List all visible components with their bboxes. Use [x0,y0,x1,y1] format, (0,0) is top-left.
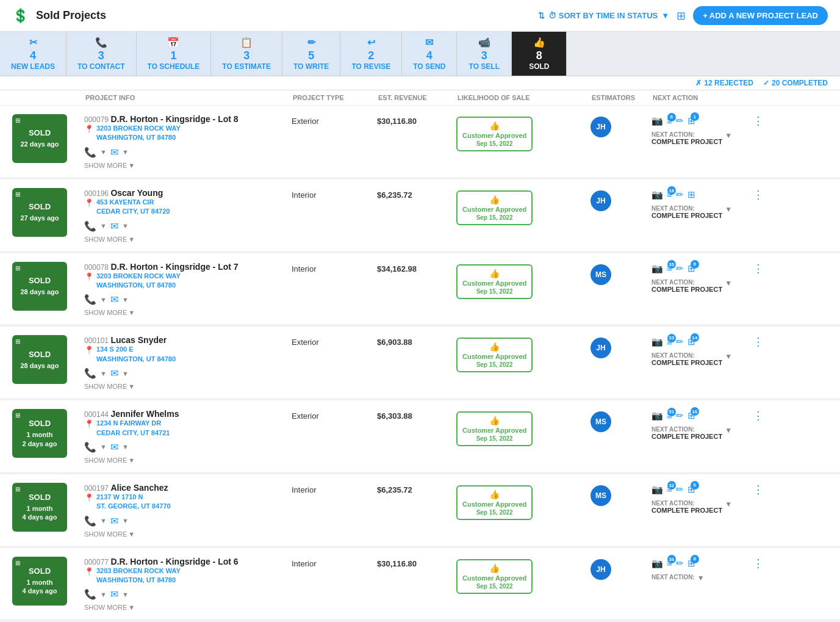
checklist-icon[interactable]: ≡ 32 [667,484,672,494]
edit-icon[interactable]: ✏ [676,484,684,495]
grid-action-icon[interactable]: ⊞ 1 [687,115,695,126]
email-icon[interactable]: ✉ [110,220,118,232]
email-icon[interactable]: ✉ [110,367,118,379]
camera-icon[interactable]: 📷 [652,263,663,274]
phone-dropdown-icon[interactable]: ▼ [100,517,107,524]
grid-action-icon[interactable]: ⊞ [687,189,695,200]
tab-to-write[interactable]: ✏5TO WRITE [282,32,340,76]
project-address[interactable]: 📍 134 S 200 EWASHINGTON, UT 84780 [84,345,282,364]
tab-to-revise[interactable]: ↩2TO REVISE [340,32,402,76]
checklist-icon[interactable]: ≡ 18 [667,189,672,200]
email-dropdown-icon[interactable]: ▼ [122,517,129,524]
camera-icon[interactable]: 📷 [652,484,663,495]
checklist-icon[interactable]: ≡ 33 [667,337,672,347]
show-more-button[interactable]: SHOW MORE ▼ [84,236,282,243]
project-address[interactable]: 📍 2137 W 1710 NST. GEORGE, UT 84770 [84,493,282,512]
tab-sold[interactable]: 👍8SOLD [512,32,567,76]
project-address[interactable]: 📍 1234 N FAIRWAY DRCEDAR CITY, UT 84721 [84,419,282,438]
show-more-button[interactable]: SHOW MORE ▼ [84,162,282,169]
camera-icon[interactable]: 📷 [652,336,663,347]
camera-icon[interactable]: 📷 [652,115,663,126]
edit-icon[interactable]: ✏ [676,115,684,126]
more-options-icon[interactable]: ⋮ [753,483,764,496]
tab-to-schedule[interactable]: 📅1TO SCHEDULE [137,32,212,76]
checklist-icon[interactable]: ≡ 51 [667,411,672,421]
tab-to-send[interactable]: ✉4TO SEND [402,32,457,76]
avatar: MS [591,411,611,432]
phone-icon[interactable]: 📞 [84,441,96,453]
camera-icon[interactable]: 📷 [652,558,663,569]
phone-dropdown-icon[interactable]: ▼ [100,443,107,450]
tab-to-sell[interactable]: 📹3TO SELL [457,32,512,76]
phone-dropdown-icon[interactable]: ▼ [100,148,107,156]
tab-to-estimate[interactable]: 📋3TO ESTIMATE [211,32,282,76]
show-more-button[interactable]: SHOW MORE ▼ [84,604,282,611]
show-more-button[interactable]: SHOW MORE ▼ [84,309,282,316]
project-address[interactable]: 📍 3203 BROKEN ROCK WAYWASHINGTON, UT 847… [84,566,282,585]
completed-link[interactable]: ✓ 20 COMPLETED [763,79,828,87]
phone-icon[interactable]: 📞 [84,515,96,527]
project-address[interactable]: 📍 3203 BROKEN ROCK WAYWASHINGTON, UT 847… [84,272,282,291]
email-icon[interactable]: ✉ [110,441,118,453]
show-more-button[interactable]: SHOW MORE ▼ [84,457,282,464]
edit-icon[interactable]: ✏ [676,336,684,347]
grid-action-icon[interactable]: ⊞ 8 [687,263,695,274]
grid-action-icon[interactable]: ⊞ 8 [687,558,695,569]
phone-dropdown-icon[interactable]: ▼ [100,591,107,598]
next-action-dropdown-icon[interactable]: ▼ [725,500,732,508]
edit-icon[interactable]: ✏ [676,189,684,200]
grid-action-icon[interactable]: ⊞ 6 [687,484,695,495]
show-more-button[interactable]: SHOW MORE ▼ [84,530,282,538]
add-project-button[interactable]: + ADD A NEW PROJECT LEAD [693,6,828,25]
grid-action-icon[interactable]: ⊞ 14 [687,336,695,347]
email-dropdown-icon[interactable]: ▼ [122,443,129,450]
next-action-dropdown-icon[interactable]: ▼ [725,352,732,361]
email-icon[interactable]: ✉ [110,294,118,305]
phone-icon[interactable]: 📞 [84,146,96,158]
edit-icon[interactable]: ✏ [676,263,684,274]
camera-icon[interactable]: 📷 [652,189,663,200]
email-dropdown-icon[interactable]: ▼ [122,370,129,377]
filter-icon[interactable]: ⊞ [677,9,686,23]
checklist-icon[interactable]: ≡ 8 [667,116,672,126]
email-icon[interactable]: ✉ [110,588,118,600]
phone-icon[interactable]: 📞 [84,588,96,600]
show-more-button[interactable]: SHOW MORE ▼ [84,383,282,390]
phone-icon[interactable]: 📞 [84,294,96,305]
tab-new-leads[interactable]: ✂4NEW LEADS [0,32,66,76]
edit-icon[interactable]: ✏ [676,410,684,421]
phone-icon[interactable]: 📞 [84,367,96,379]
more-options-icon[interactable]: ⋮ [753,409,764,422]
email-dropdown-icon[interactable]: ▼ [122,296,129,303]
email-dropdown-icon[interactable]: ▼ [122,148,129,156]
edit-icon[interactable]: ✏ [676,558,684,569]
next-action-dropdown-icon[interactable]: ▼ [725,205,732,214]
email-dropdown-icon[interactable]: ▼ [122,591,129,598]
phone-dropdown-icon[interactable]: ▼ [100,222,107,230]
project-address[interactable]: 📍 3203 BROKEN ROCK WAYWASHINGTON, UT 847… [84,124,282,143]
more-options-icon[interactable]: ⋮ [753,262,764,275]
project-address[interactable]: 📍 453 KAYENTA CIRCEDAR CITY, UT 84720 [84,198,282,217]
next-action-dropdown-icon[interactable]: ▼ [697,574,705,582]
grid-action-icon[interactable]: ⊞ 16 [687,410,695,421]
phone-dropdown-icon[interactable]: ▼ [100,296,107,303]
table-row: ⊞ SOLD 1 month4 days ago 000077 D.R. Hor… [0,548,840,621]
camera-icon[interactable]: 📷 [652,410,663,421]
more-options-icon[interactable]: ⋮ [753,188,764,201]
checklist-icon[interactable]: ≡ 35 [667,263,672,273]
more-options-icon[interactable]: ⋮ [753,114,764,128]
rejected-link[interactable]: ✗ 12 REJECTED [695,79,753,87]
email-dropdown-icon[interactable]: ▼ [122,222,129,230]
checklist-icon[interactable]: ≡ 36 [667,558,672,568]
phone-icon[interactable]: 📞 [84,220,96,232]
tab-to-contact[interactable]: 📞3TO CONTACT [66,32,137,76]
email-icon[interactable]: ✉ [110,146,118,158]
email-icon[interactable]: ✉ [110,515,118,527]
more-options-icon[interactable]: ⋮ [753,335,764,349]
next-action-dropdown-icon[interactable]: ▼ [725,131,732,140]
more-options-icon[interactable]: ⋮ [753,557,764,570]
sort-button[interactable]: ⇅ ⏱ SORT BY TIME IN STATUS ▼ [538,11,669,20]
next-action-dropdown-icon[interactable]: ▼ [725,426,732,435]
phone-dropdown-icon[interactable]: ▼ [100,370,107,377]
next-action-dropdown-icon[interactable]: ▼ [725,279,732,287]
